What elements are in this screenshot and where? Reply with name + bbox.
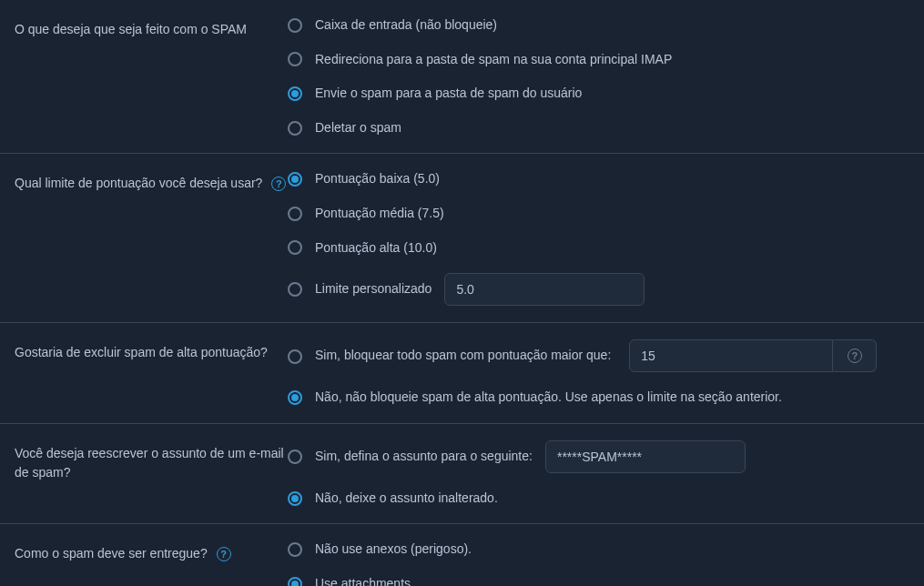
radio-keep-subject[interactable] xyxy=(288,491,302,506)
radio-block-high[interactable] xyxy=(288,349,302,364)
help-icon[interactable]: ? xyxy=(271,177,286,191)
help-icon[interactable]: ? xyxy=(217,547,231,561)
options-spam-action: Caixa de entrada (não bloqueie) Redireci… xyxy=(288,16,909,136)
radio-label: Deletar o spam xyxy=(315,119,401,137)
label-text: Você deseja reescrever o assunto de um e… xyxy=(15,444,288,482)
radio-row-no-block-high[interactable]: Não, não bloqueie spam de alta pontuação… xyxy=(288,389,909,407)
options-score-limit: Pontuação baixa (5.0) Pontuação média (7… xyxy=(288,170,909,306)
radio-row-no-attach[interactable]: Não use anexos (perigoso). xyxy=(288,541,909,559)
label-text: Gostaria de excluir spam de alta pontuaç… xyxy=(15,343,268,362)
section-delivery: Como o spam deve ser entregue? ? Não use… xyxy=(0,524,924,586)
help-icon: ? xyxy=(848,349,862,363)
section-score-limit: Qual limite de pontuação você deseja usa… xyxy=(0,154,924,323)
radio-label: Limite personalizado xyxy=(315,280,432,298)
label-text: O que deseja que seja feito com o SPAM xyxy=(15,20,247,39)
radio-row-low[interactable]: Pontuação baixa (5.0) xyxy=(288,170,909,188)
label-text: Como o spam deve ser entregue? xyxy=(15,544,208,563)
radio-low[interactable] xyxy=(288,172,302,187)
options-high-score: Sim, bloquear todo spam com pontuação ma… xyxy=(288,339,909,407)
subject-input[interactable] xyxy=(545,440,746,473)
radio-row-userfolder[interactable]: Envie o spam para a pasta de spam do usu… xyxy=(288,85,909,103)
radio-row-custom[interactable]: Limite personalizado xyxy=(288,273,909,306)
section-rewrite-subject: Você deseja reescrever o assunto de um e… xyxy=(0,424,924,525)
radio-row-block-high[interactable]: Sim, bloquear todo spam com pontuação ma… xyxy=(288,339,909,372)
radio-label: Redireciona para a pasta de spam na sua … xyxy=(315,51,672,69)
radio-label: Sim, bloquear todo spam com pontuação ma… xyxy=(315,347,611,365)
radio-label: Sim, defina o assunto para o seguinte: xyxy=(315,448,533,466)
radio-label: Use attachments. xyxy=(315,575,414,586)
radio-attach[interactable] xyxy=(288,577,302,586)
radio-label: Não, não bloqueie spam de alta pontuação… xyxy=(315,389,782,407)
radio-row-keep-subject[interactable]: Não, deixe o assunto inalterado. xyxy=(288,490,909,508)
radio-row-redirect[interactable]: Redireciona para a pasta de spam na sua … xyxy=(288,51,909,69)
radio-row-delete[interactable]: Deletar o spam xyxy=(288,119,909,137)
label-rewrite-subject: Você deseja reescrever o assunto de um e… xyxy=(15,440,288,482)
radio-userfolder[interactable] xyxy=(288,86,302,101)
radio-label: Não use anexos (perigoso). xyxy=(315,541,472,559)
radio-no-block-high[interactable] xyxy=(288,390,302,405)
label-delivery: Como o spam deve ser entregue? ? xyxy=(15,541,288,563)
high-score-input-group: ? xyxy=(629,339,877,372)
section-high-score: Gostaria de excluir spam de alta pontuaç… xyxy=(0,323,924,424)
radio-label: Não, deixe o assunto inalterado. xyxy=(315,490,498,508)
radio-custom[interactable] xyxy=(288,282,302,297)
radio-label: Pontuação baixa (5.0) xyxy=(315,170,440,188)
label-text: Qual limite de pontuação você deseja usa… xyxy=(15,174,262,193)
radio-no-attach[interactable] xyxy=(288,542,302,557)
help-icon-suffix[interactable]: ? xyxy=(833,339,877,372)
radio-label: Pontuação média (7.5) xyxy=(315,205,444,223)
section-spam-action: O que deseja que seja feito com o SPAM C… xyxy=(0,0,924,154)
radio-high[interactable] xyxy=(288,240,302,255)
radio-inbox[interactable] xyxy=(288,18,302,33)
radio-row-inbox[interactable]: Caixa de entrada (não bloqueie) xyxy=(288,16,909,35)
radio-redirect[interactable] xyxy=(288,52,302,66)
options-delivery: Não use anexos (perigoso). Use attachmen… xyxy=(288,541,909,586)
radio-medium[interactable] xyxy=(288,207,302,221)
custom-score-input[interactable] xyxy=(444,273,645,306)
radio-row-medium[interactable]: Pontuação média (7.5) xyxy=(288,205,909,223)
radio-row-set-subject[interactable]: Sim, defina o assunto para o seguinte: xyxy=(288,440,909,473)
radio-label: Envie o spam para a pasta de spam do usu… xyxy=(315,85,582,103)
radio-row-high[interactable]: Pontuação alta (10.0) xyxy=(288,239,909,258)
label-score-limit: Qual limite de pontuação você deseja usa… xyxy=(15,170,288,193)
radio-label: Caixa de entrada (não bloqueie) xyxy=(315,16,497,35)
options-rewrite-subject: Sim, defina o assunto para o seguinte: N… xyxy=(288,440,909,508)
radio-set-subject[interactable] xyxy=(288,450,302,464)
high-score-input[interactable] xyxy=(629,339,833,372)
label-high-score: Gostaria de excluir spam de alta pontuaç… xyxy=(15,339,288,362)
radio-row-attach[interactable]: Use attachments. xyxy=(288,575,909,586)
radio-delete[interactable] xyxy=(288,121,302,136)
label-spam-action: O que deseja que seja feito com o SPAM xyxy=(15,16,288,39)
radio-label: Pontuação alta (10.0) xyxy=(315,239,437,258)
